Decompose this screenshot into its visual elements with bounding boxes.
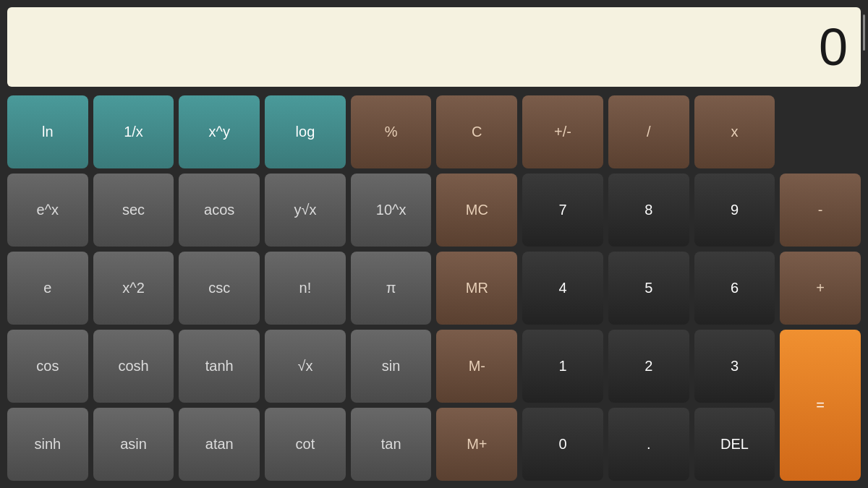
btn-yrootx[interactable]: y√x	[265, 174, 346, 247]
btn-asin[interactable]: asin	[93, 408, 174, 481]
btn-add[interactable]: +	[780, 252, 861, 325]
btn-sqrt[interactable]: √x	[265, 330, 346, 403]
btn-e[interactable]: e	[7, 252, 88, 325]
btn-8[interactable]: 8	[608, 174, 689, 247]
btn-pi[interactable]: π	[351, 252, 432, 325]
btn-subtract[interactable]: -	[780, 174, 861, 247]
btn-ln[interactable]: ln	[7, 95, 88, 168]
btn-cosh[interactable]: cosh	[93, 330, 174, 403]
btn-equals[interactable]: =	[780, 330, 861, 481]
btn-percent[interactable]: %	[351, 95, 432, 168]
btn-xpowy[interactable]: x^y	[179, 95, 260, 168]
btn-7[interactable]: 7	[522, 174, 603, 247]
display-value: 0	[819, 17, 846, 77]
btn-tan[interactable]: tan	[351, 408, 432, 481]
btn-del[interactable]: DEL	[694, 408, 775, 481]
calculator: 0 ln1/xx^ylog%C+/-/xe^xsecacosy√x10^xMC7…	[0, 0, 868, 488]
display: 0	[7, 7, 861, 87]
btn-reciprocal[interactable]: 1/x	[93, 95, 174, 168]
btn-decimal[interactable]: .	[608, 408, 689, 481]
btn-factorial[interactable]: n!	[265, 252, 346, 325]
scrollbar[interactable]	[863, 14, 865, 51]
btn-log[interactable]: log	[265, 95, 346, 168]
btn-xsquared[interactable]: x^2	[93, 252, 174, 325]
btn-divide[interactable]: /	[608, 95, 689, 168]
btn-acos[interactable]: acos	[179, 174, 260, 247]
btn-multiply[interactable]: x	[694, 95, 775, 168]
btn-cot[interactable]: cot	[265, 408, 346, 481]
btn-mplus[interactable]: M+	[436, 408, 517, 481]
btn-2[interactable]: 2	[608, 330, 689, 403]
btn-mr[interactable]: MR	[436, 252, 517, 325]
btn-mminus[interactable]: M-	[436, 330, 517, 403]
btn-clear[interactable]: C	[436, 95, 517, 168]
btn-cos[interactable]: cos	[7, 330, 88, 403]
btn-10x[interactable]: 10^x	[351, 174, 432, 247]
btn-3[interactable]: 3	[694, 330, 775, 403]
btn-1[interactable]: 1	[522, 330, 603, 403]
btn-sin[interactable]: sin	[351, 330, 432, 403]
btn-5[interactable]: 5	[608, 252, 689, 325]
btn-ex[interactable]: e^x	[7, 174, 88, 247]
btn-atan[interactable]: atan	[179, 408, 260, 481]
btn-csc[interactable]: csc	[179, 252, 260, 325]
btn-6[interactable]: 6	[694, 252, 775, 325]
btn-4[interactable]: 4	[522, 252, 603, 325]
btn-mc[interactable]: MC	[436, 174, 517, 247]
btn-9[interactable]: 9	[694, 174, 775, 247]
btn-sec[interactable]: sec	[93, 174, 174, 247]
btn-tanh[interactable]: tanh	[179, 330, 260, 403]
btn-plusminus[interactable]: +/-	[522, 95, 603, 168]
buttons-grid: ln1/xx^ylog%C+/-/xe^xsecacosy√x10^xMC789…	[7, 95, 861, 481]
btn-0[interactable]: 0	[522, 408, 603, 481]
btn-sinh[interactable]: sinh	[7, 408, 88, 481]
